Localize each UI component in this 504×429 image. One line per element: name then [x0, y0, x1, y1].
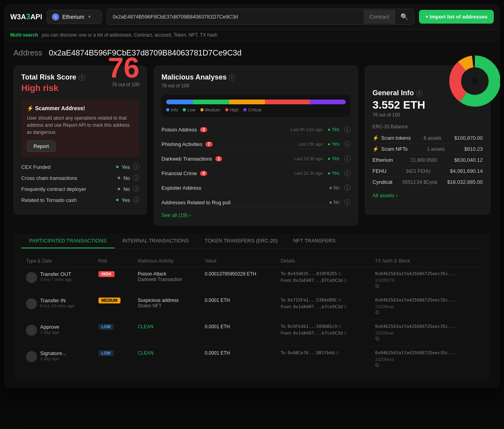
info-icon[interactable]: ℹ [344, 185, 350, 191]
copy-hash-icon[interactable]: ⧉ [375, 335, 379, 342]
asset-fehu: FEHU 3421 FEHU $4,081,690.14 [372, 166, 483, 177]
legend-medium: Medium [200, 107, 220, 112]
see-all-button[interactable]: See all (19) › [161, 212, 350, 218]
no-dot [118, 188, 120, 190]
transactions-section: PARTICIPATED TRANSACTIONS INTERNAL TRANS… [13, 234, 491, 381]
copy-icon[interactable]: ⧉ [336, 350, 339, 355]
tab-participated[interactable]: PARTICIPATED TRANSACTIONS [21, 234, 115, 248]
search-input[interactable] [107, 10, 364, 24]
malicious-title: Malicious Analyses ℹ [161, 73, 350, 81]
legend-low: Low [183, 107, 195, 112]
network-selector[interactable]: Ξ Etherium ▼ [47, 10, 102, 24]
tab-internal[interactable]: INTERNAL TRANSACTIONS [115, 234, 197, 248]
col-risk: Risk [94, 255, 133, 267]
tab-token-transfers[interactable]: TOKEN TRANSFERS (ERC-20) [197, 234, 285, 248]
col-type-date: Type & Date [21, 255, 94, 267]
risk-details: CEX Funded Yes ℹ Cross chain transaction… [21, 164, 139, 203]
info-icon[interactable]: ℹ [344, 170, 350, 176]
chevron-down-icon: ▼ [87, 15, 91, 19]
malicious-info-icon[interactable]: ℹ [229, 74, 235, 81]
risk-badge: LOW [98, 350, 114, 356]
legend-critical: Critical [243, 107, 261, 112]
risk-badge: HIGH [98, 271, 115, 277]
mal-item-exploiter: Exploiter Address ● No ℹ [161, 183, 350, 193]
svg-point-4 [472, 78, 478, 84]
info-icon[interactable]: ℹ [133, 197, 139, 203]
info-icon[interactable]: ℹ [344, 141, 350, 147]
app-logo: W3A3API [10, 12, 42, 21]
asset-scam-tokens: ⚡ Scam tokens 6 assets $100,870.00 [372, 133, 483, 144]
mal-item-darkweb: Darkweb Transactions 1 Last 2d 3h ago ● … [161, 154, 350, 164]
risk-item: Frequently contract deployer No ℹ [21, 186, 139, 192]
info-icon[interactable]: ℹ [344, 155, 350, 162]
table-row: Transfer IN 8 hrs 10 mins ago MEDIUM Sus… [21, 294, 483, 320]
mal-item-phishing: Phishing Activities 7 Last 23h ago ● Yes… [161, 139, 350, 149]
yes-dot [116, 166, 119, 168]
copy-icon[interactable]: ⧉ [338, 271, 341, 276]
avatar [26, 298, 37, 309]
table-row: Signature... 1 day ago LOW CLEAN 0.0001 … [21, 346, 483, 373]
copy-icon[interactable]: ⧉ [344, 278, 347, 283]
risk-item: Related to Tornado cash Yes ℹ [21, 197, 139, 203]
import-addresses-button[interactable]: + Import list of addresses [419, 10, 494, 24]
info-icon[interactable]: ℹ [133, 164, 139, 170]
malicious-items: Poison Address 3 Last 6h 12m ago ● Yes ℹ… [161, 125, 350, 207]
col-txhash: TX hash & Block [371, 255, 483, 267]
assets-list: ⚡ Scam tokens 6 assets $100,870.00 ⚡ Sca… [372, 133, 483, 188]
copy-hash-icon[interactable]: ⧉ [375, 362, 379, 368]
asset-etherium: Etherium Ξ1,800.0500 $630,040.12 [372, 155, 483, 166]
tabs-row: PARTICIPATED TRANSACTIONS INTERNAL TRANS… [21, 234, 483, 249]
risk-badge: MEDIUM [98, 298, 121, 303]
legend-high: High [225, 107, 239, 112]
avatar [26, 272, 37, 283]
risk-donut-chart [447, 54, 500, 109]
search-button[interactable]: 🔍 [395, 9, 414, 24]
no-dot [118, 177, 120, 179]
copy-icon[interactable]: ⧉ [344, 304, 347, 309]
table-row: Transfer OUT 3 hrs 7 mins ago HIGH Poiso… [21, 267, 483, 294]
copy-icon[interactable]: ⧉ [338, 298, 341, 302]
avatar [26, 351, 37, 362]
col-value: Value [200, 255, 276, 267]
eth-subtitle: 76 out of 100 [372, 112, 483, 118]
copy-icon[interactable]: ⧉ [344, 331, 347, 335]
scammer-title: ⚡ Scammer Address! [27, 105, 134, 111]
risk-info-icon[interactable]: ℹ [79, 74, 85, 81]
multi-search-bar: Multi-search you can discover one or a l… [4, 30, 500, 41]
col-malicious: Malicious Activity [133, 255, 200, 267]
legend-info: Info [166, 107, 178, 112]
erc20-label: ERC-20 Balance [372, 124, 483, 129]
mal-item-financial: Financial Crime 4 Last 2d 3h ago ● Yes ℹ [161, 168, 350, 178]
transactions-table: Type & Date Risk Malicious Activity Valu… [21, 255, 483, 373]
risk-bar-container: Info Low Medium High Critical [161, 95, 350, 117]
general-info-icon[interactable]: ℹ [416, 90, 422, 96]
table-row: Approve 1 day ago LOW CLEAN 0.0001 ETH T… [21, 320, 483, 346]
scammer-box: ⚡ Scammer Address! User should abort any… [21, 100, 139, 157]
asset-scam-nfts: ⚡ Scam NFTs 1 assets $810.23 [372, 144, 483, 155]
copy-icon[interactable]: ⧉ [338, 324, 341, 329]
yes-dot [116, 199, 119, 201]
avatar [26, 325, 37, 336]
info-icon[interactable]: ℹ [344, 199, 350, 205]
risk-score-card: Total Risk Score ℹ High risk 76 76 out o… [13, 65, 147, 215]
all-assets-button[interactable]: All assets › [372, 192, 483, 198]
copy-hash-icon[interactable]: ⧉ [375, 309, 379, 315]
general-info-card: General Info ℹ 3.552 ETH 76 out of 100 E… [365, 65, 491, 215]
malicious-card: Malicious Analyses ℹ 76 out of 100 Info … [154, 65, 358, 226]
tab-nft-transfers[interactable]: NFT TRANSFERS [285, 234, 343, 248]
risk-level: High risk [21, 83, 85, 93]
scammer-desc: User should abort any operations related… [27, 115, 134, 136]
report-button[interactable]: Report [27, 141, 56, 152]
copy-hash-icon[interactable]: ⧉ [375, 283, 379, 289]
info-icon[interactable]: ℹ [133, 186, 139, 192]
asset-cyndicat: Cyndicat 55513,54 $Cynd $18,032,885.00 [372, 177, 483, 188]
risk-out-of: 76 out of 100 [108, 82, 139, 87]
address-header: Address 0x2aE4874B596F9CbE37d8709B840637… [13, 48, 491, 57]
info-icon[interactable]: ℹ [133, 175, 139, 181]
mal-item-poison: Poison Address 3 Last 6h 12m ago ● Yes ℹ [161, 125, 350, 135]
risk-title: Total Risk Score ℹ [21, 73, 85, 81]
info-icon[interactable]: ℹ [344, 126, 350, 133]
mal-item-rugpull: Addresses Related to Rug pull ● No ℹ [161, 198, 350, 207]
col-details: Details [276, 255, 371, 267]
risk-badge: LOW [98, 324, 114, 330]
